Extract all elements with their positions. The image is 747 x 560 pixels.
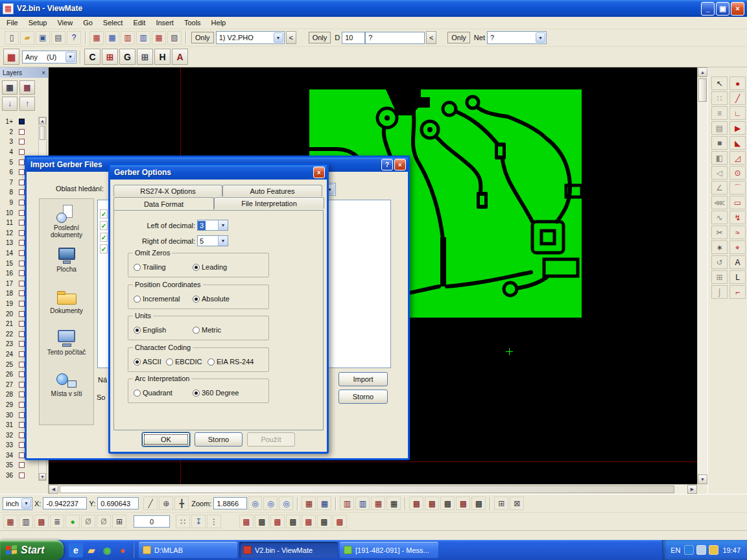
minimize-button[interactable]: _ [701,2,715,16]
scroll-left-icon[interactable]: ◀ [49,485,58,494]
aperture-shape-select[interactable]: Any (U) ▾ [22,51,77,64]
draw-arrow-icon[interactable]: ▶ [729,121,746,135]
draw-polyline-icon[interactable]: ∟ [729,106,746,120]
layer-visibility-box[interactable] [19,301,25,307]
taskbar-task[interactable]: [191-482-091] - Mess... [340,542,438,558]
grid-toggle-icon[interactable]: ▦ [302,496,316,510]
menu-select[interactable]: Select [98,18,128,28]
radio-absolute[interactable] [193,296,200,303]
layer-visibility-box[interactable] [19,270,25,276]
dcode-report-icon[interactable]: ▧ [167,31,182,45]
film-grid2-icon[interactable]: ▥ [19,515,33,528]
right-of-decimal-select[interactable]: 5 ▾ [197,235,228,246]
scroll-down-icon[interactable]: ▼ [698,474,707,484]
menu-view[interactable]: View [52,18,78,28]
cell-red-icon[interactable]: ▩ [409,496,423,510]
dialog-close-icon[interactable]: × [313,167,325,178]
green-app-icon[interactable]: ◉ [100,543,114,557]
menu-go[interactable]: Go [78,18,98,28]
layer-visibility-box[interactable] [19,281,25,286]
set-anchor-icon[interactable]: ╋ [174,496,189,510]
layer-visibility-box[interactable] [19,261,25,266]
zoom-window-icon[interactable]: ◎ [263,496,278,510]
layer-visibility-box[interactable] [19,210,25,216]
layer-visibility-box[interactable] [19,442,25,448]
chevron-down-icon[interactable]: ▾ [218,220,228,230]
hatch-icon[interactable]: ▤ [711,121,728,135]
only-dcode-toggle[interactable]: Only [309,32,331,43]
circle-aperture-icon[interactable]: C [84,49,101,65]
menu-insert[interactable]: Insert [150,18,179,28]
radio-ebcdic[interactable] [166,358,173,366]
cell-dark-icon[interactable]: ▩ [440,496,455,510]
layer-row[interactable]: 35 [1,460,39,471]
move-layer-down-icon[interactable]: ↓ [2,97,18,111]
draw-triangle-icon[interactable]: ◣ [729,136,746,150]
layer-visibility-box[interactable] [19,200,25,205]
file-with-check-icon[interactable]: ✓ [100,244,108,253]
place-network[interactable]: Místa v síti [40,369,93,410]
place-folder[interactable]: Dokumenty [40,286,93,327]
layer-visibility-box[interactable] [19,180,25,185]
dcode-list-icon[interactable]: ▦ [89,31,104,45]
dimension-icon[interactable]: L [729,270,746,284]
layer-row[interactable]: 2 [1,127,39,137]
film-grid3-icon[interactable]: ▩ [34,515,49,528]
file-with-check-icon[interactable]: ✓ [100,209,108,218]
draw-arc-icon[interactable]: ⌒ [729,181,746,194]
draw-slope-icon[interactable]: ◿ [729,151,746,165]
freehand-icon[interactable]: ≈ [729,226,746,239]
messenger-tray-icon[interactable] [684,545,694,555]
save-icon[interactable]: ▣ [36,31,50,45]
film-box-icon[interactable]: ▥ [340,496,354,510]
pattern-dark2-icon[interactable]: ▩ [286,515,300,528]
align-icon[interactable]: ⋮ [207,515,221,528]
maximize-button[interactable]: ▣ [716,2,729,16]
highlight-net-icon[interactable]: ● [65,515,80,528]
star-burst-icon[interactable]: ∗ [711,240,728,254]
layer-visibility-box[interactable] [19,371,25,377]
draw-zigzag-icon[interactable]: ↯ [729,211,746,224]
layer-visibility-box[interactable] [19,230,25,236]
cell-mix-icon[interactable]: ⊞ [494,496,508,510]
film-grid-icon[interactable]: ▦ [3,515,18,528]
print-icon[interactable]: ▤ [51,31,65,45]
origin-target-icon[interactable]: ⊕ [159,496,173,510]
layer-colors-icon[interactable]: ▩ [19,80,35,95]
horizontal-scrollbar[interactable]: ◀ ▶ [49,484,697,494]
cell-mix2-icon[interactable]: ⊠ [510,496,524,510]
scheduler-tray-icon[interactable] [709,545,718,555]
text-tool-icon[interactable]: A [729,255,746,269]
dcode-find-icon[interactable]: ▥ [121,31,135,45]
close-button[interactable]: × [731,2,744,16]
zoom-point-icon[interactable]: ◎ [279,496,293,510]
place-desktop[interactable]: Plocha [40,244,93,286]
lamp-icon[interactable]: Ø [81,515,95,528]
layer-visibility-box[interactable] [19,432,25,438]
select-arrow-icon[interactable]: ↖ [711,76,728,90]
aperture-text-icon[interactable]: A [172,49,188,65]
pattern-red4-icon[interactable]: ▩ [333,515,347,528]
film-box3-icon[interactable]: ▦ [371,496,385,510]
new-document-icon[interactable]: ▯ [5,31,19,45]
pattern-dark-icon[interactable]: ▩ [255,515,269,528]
chevron-down-icon[interactable]: ▾ [218,236,228,246]
hook-icon[interactable]: ⌐ [729,285,746,299]
radio-leading[interactable] [193,264,200,271]
layer-visibility-box[interactable] [19,321,25,327]
dcode-find-input[interactable]: ? [365,32,425,44]
layer-visibility-box[interactable] [19,311,25,317]
layer-visibility-box[interactable] [19,119,25,124]
menu-tools[interactable]: Tools [179,18,206,28]
folder-shortcut-icon[interactable]: ▰ [84,543,99,557]
layer-visibility-box[interactable] [19,189,25,195]
radio-quadrant[interactable] [134,390,141,397]
left-of-decimal-select[interactable]: 3 ▾ [197,220,228,231]
layer-visibility-box[interactable] [19,240,25,246]
window-titlebar[interactable]: ▦ V2.bin - ViewMate _ ▣ × [0,0,747,17]
layers-close-icon[interactable]: × [42,69,45,76]
grid-snap-icon[interactable]: ▦ [317,496,331,510]
radio-ascii[interactable] [134,358,141,366]
layer-visibility-box[interactable] [19,382,25,388]
layer-row[interactable]: 3 [1,137,39,147]
